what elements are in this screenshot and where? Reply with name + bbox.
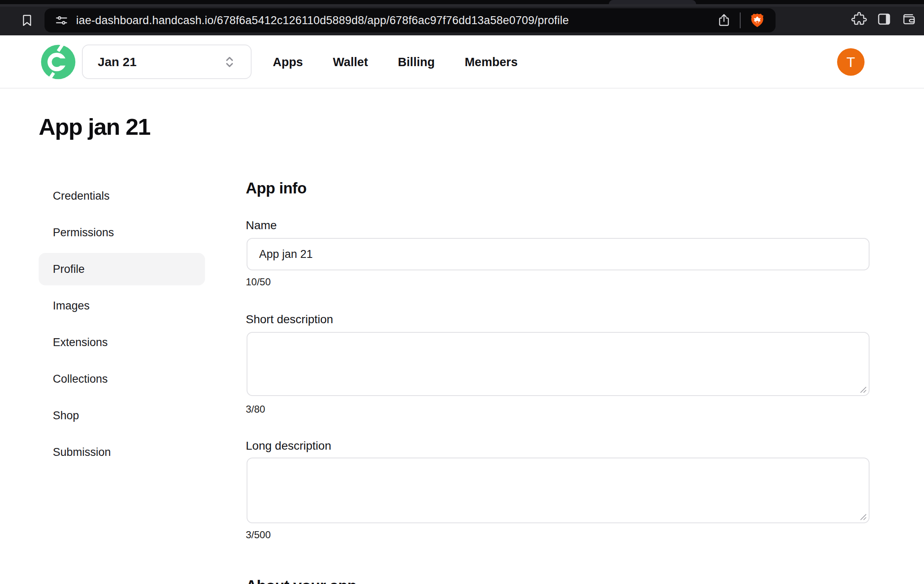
- top-navigation: Apps Wallet Billing Members: [273, 35, 518, 89]
- long-description-label: Long description: [246, 439, 331, 453]
- tab-strip: [0, 0, 924, 4]
- section-heading-app-info: App info: [246, 180, 306, 197]
- site-settings-tune-icon[interactable]: [54, 12, 69, 28]
- page-title: App jan 21: [39, 113, 150, 140]
- brave-shield-icon[interactable]: [748, 11, 766, 30]
- browser-toolbar: iae-dashboard.handcash.io/678f6a5412c126…: [0, 0, 924, 35]
- long-description-char-counter: 3/500: [246, 529, 271, 541]
- resize-handle-icon[interactable]: [859, 386, 867, 393]
- name-char-counter: 10/50: [246, 276, 271, 288]
- app-selector-dropdown[interactable]: Jan 21: [82, 45, 252, 79]
- sidebar-item-collections[interactable]: Collections: [39, 363, 205, 395]
- app-selector-value: Jan 21: [98, 55, 136, 69]
- toolbar-divider: [740, 12, 741, 28]
- url-bar[interactable]: iae-dashboard.handcash.io/678f6a5412c126…: [44, 8, 776, 32]
- short-description-label: Short description: [246, 313, 333, 326]
- name-input[interactable]: [247, 238, 870, 270]
- name-label: Name: [246, 219, 277, 232]
- user-avatar[interactable]: T: [837, 48, 865, 76]
- nav-item-billing[interactable]: Billing: [398, 55, 435, 69]
- nav-item-members[interactable]: Members: [464, 55, 517, 69]
- handcash-logo[interactable]: [40, 44, 76, 80]
- wallet-icon[interactable]: [901, 11, 917, 27]
- sidebar-item-submission[interactable]: Submission: [39, 436, 205, 468]
- sidebar-item-permissions[interactable]: Permissions: [39, 216, 205, 249]
- nav-item-wallet[interactable]: Wallet: [333, 55, 368, 69]
- tab-strip-divider: [0, 4, 924, 7]
- sidebar-item-images[interactable]: Images: [39, 290, 205, 322]
- sidebar-item-credentials[interactable]: Credentials: [39, 180, 205, 212]
- nav-item-apps[interactable]: Apps: [273, 55, 303, 69]
- chevron-updown-icon: [224, 54, 235, 70]
- sidebar-item-profile[interactable]: Profile: [39, 253, 205, 285]
- app-header: Jan 21 Apps Wallet Billing Members T: [0, 35, 924, 89]
- extensions-puzzle-icon[interactable]: [851, 11, 867, 27]
- long-description-textarea[interactable]: [247, 458, 870, 523]
- short-description-char-counter: 3/80: [246, 403, 265, 415]
- bookmark-icon[interactable]: [18, 12, 36, 29]
- settings-sidebar: Credentials Permissions Profile Images E…: [39, 180, 205, 473]
- share-icon[interactable]: [716, 11, 732, 30]
- avatar-letter: T: [847, 54, 855, 70]
- section-heading-about-your-app: About your app: [246, 577, 356, 584]
- sidebar-toggle-icon[interactable]: [876, 11, 892, 27]
- sidebar-item-shop[interactable]: Shop: [39, 399, 205, 432]
- profile-form: App info Name 10/50 Short description 3/…: [246, 179, 870, 584]
- sidebar-item-extensions[interactable]: Extensions: [39, 326, 205, 359]
- resize-handle-icon[interactable]: [859, 513, 867, 520]
- url-text[interactable]: iae-dashboard.handcash.io/678f6a5412c126…: [76, 14, 716, 27]
- short-description-textarea[interactable]: [247, 332, 870, 396]
- inactive-tab-sliver: [609, 0, 696, 4]
